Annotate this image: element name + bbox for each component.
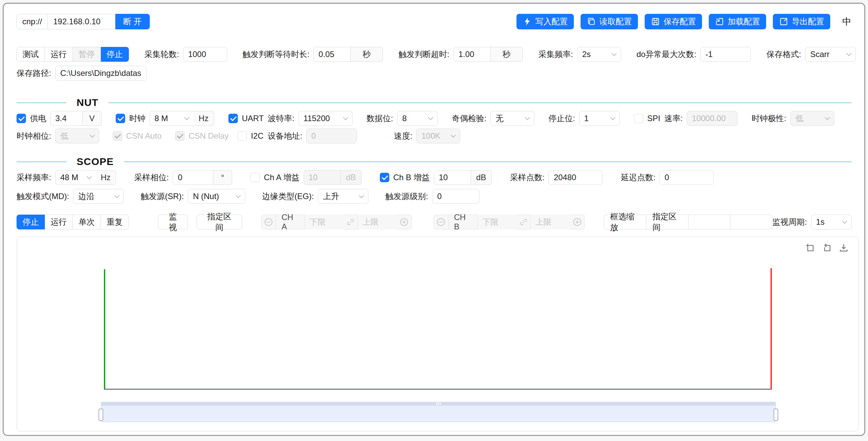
connection-group: cnp:// 断 开 (17, 14, 150, 29)
trigger-source-select[interactable]: N (Nut) (188, 189, 245, 204)
sample-rate-unit: Hz (96, 170, 116, 185)
parity-select[interactable]: 无 (491, 111, 534, 126)
scope-run-group: 停止 运行 单次 重复 (17, 215, 129, 229)
csn-delay-checkbox (175, 131, 185, 141)
ch-a-increase-button[interactable] (397, 215, 412, 229)
save-config-button[interactable]: 保存配置 (645, 14, 702, 29)
trigger-source-field: 触发源(SR): N (Nut) (141, 189, 245, 204)
baud-select[interactable]: 115200 (299, 111, 353, 126)
data-bits-value: 8 (402, 114, 407, 123)
ch-b-lower-input[interactable] (478, 215, 517, 229)
csn-delay-label: CSN Delay (189, 131, 229, 141)
trigger-source-value: N (Nut) (193, 192, 219, 201)
link-icon[interactable] (344, 215, 358, 229)
ch-a-decrease-button[interactable] (261, 215, 276, 229)
datazoom-right-handle[interactable] (774, 409, 778, 421)
clock-checkbox[interactable] (116, 114, 125, 123)
export-config-button[interactable]: 导出配置 (773, 14, 830, 29)
box-zoom-icon[interactable] (804, 241, 816, 254)
uart-checkbox[interactable] (228, 114, 238, 123)
range-button[interactable]: 指定区间 (197, 215, 242, 229)
datazoom-left-handle[interactable] (99, 409, 103, 421)
acq-mode-test[interactable]: 测试 (17, 47, 45, 62)
delay-points-input[interactable] (660, 170, 713, 185)
ch-b-increase-button[interactable] (570, 215, 585, 229)
clock-select[interactable]: 8 M (149, 111, 193, 126)
stop-bits-value: 1 (584, 114, 589, 123)
ch-a-upper-input[interactable] (358, 215, 397, 229)
acq-mode-run[interactable]: 运行 (45, 47, 73, 62)
download-icon[interactable] (837, 241, 850, 254)
clock-label: 时钟 (129, 113, 145, 124)
trigger-level-input[interactable] (432, 189, 479, 204)
i2c-checkbox[interactable] (237, 131, 247, 141)
sample-rate-select[interactable]: 48 M (55, 170, 96, 185)
range-group-label[interactable]: 指定区间 (646, 215, 689, 229)
ch-a-gain-checkbox[interactable] (250, 173, 260, 182)
acq-mode-stop[interactable]: 停止 (101, 47, 129, 62)
ch-b-group-label: CH B (449, 215, 478, 229)
range-end-input[interactable] (730, 215, 772, 229)
ch-a-lower-input[interactable] (305, 215, 344, 229)
chevron-down-icon (611, 51, 617, 56)
write-config-button[interactable]: 写入配置 (516, 14, 574, 29)
scope-stop-button[interactable]: 停止 (17, 215, 45, 229)
app-window: cnp:// 断 开 写入配置 读取配置 保存配置 加载配置 (3, 3, 865, 436)
import-icon (715, 17, 724, 26)
delay-points-field: 延迟点数: (621, 170, 713, 185)
edge-type-value: 上升 (323, 191, 339, 202)
save-path-input[interactable] (55, 66, 146, 81)
rounds-input[interactable] (183, 47, 227, 62)
parity-label: 奇偶检验: (452, 113, 486, 124)
acq-freq-select[interactable]: 2s (577, 47, 621, 62)
stop-bits-label: 停止位: (549, 113, 575, 124)
box-zoom-button[interactable]: 框选缩放 (604, 215, 646, 229)
power-input[interactable] (50, 111, 83, 126)
clock-group: 8 M Hz (149, 111, 214, 126)
ch-b-gain-field: Ch B 增益 dB (380, 170, 492, 185)
scope-repeat-button[interactable]: 重复 (101, 215, 129, 229)
datazoom-move-handle[interactable] (101, 402, 776, 405)
ch-b-gain-checkbox[interactable] (380, 173, 389, 182)
protocol-prefix: cnp:// (17, 14, 48, 29)
scope-single-button[interactable]: 单次 (73, 215, 101, 229)
link-icon[interactable] (517, 215, 531, 229)
address-input[interactable] (48, 14, 115, 29)
zoom-reset-icon[interactable] (820, 241, 833, 254)
load-config-button[interactable]: 加载配置 (709, 14, 766, 29)
spi-checkbox[interactable] (634, 114, 643, 123)
save-format-select[interactable]: Scarr (805, 47, 856, 62)
read-config-button[interactable]: 读取配置 (581, 14, 638, 29)
max-abnormal-input[interactable] (700, 47, 751, 62)
sample-phase-input[interactable] (173, 170, 213, 185)
chevron-down-icon (86, 174, 92, 179)
ch-b-decrease-button[interactable] (433, 215, 449, 229)
save-icon (651, 17, 660, 26)
datazoom-window[interactable] (101, 405, 776, 422)
ch-b-gain-input[interactable] (434, 170, 471, 185)
ch-b-upper-input[interactable] (531, 215, 570, 229)
power-checkbox[interactable] (17, 114, 26, 123)
data-bits-select[interactable]: 8 (397, 111, 438, 126)
save-format-label: 保存格式: (766, 49, 801, 60)
range-start-input[interactable] (689, 215, 730, 229)
disconnect-button[interactable]: 断 开 (115, 14, 150, 29)
spi-field: SPI 速率: (634, 111, 737, 126)
acquisition-row: 测试 运行 暂停 停止 采集轮数: 触发判断等待时长: 秒 触发判断超时: 秒 … (17, 47, 851, 62)
monitor-button[interactable]: 监视 (158, 215, 188, 229)
stop-bits-select[interactable]: 1 (579, 111, 620, 126)
copy-icon (587, 17, 596, 26)
trigger-timeout-input[interactable] (453, 47, 491, 62)
save-format-field: 保存格式: Scarr (766, 47, 856, 62)
trigger-level-label: 触发源级别: (385, 191, 428, 202)
ch-b-gain-label: Ch B 增益 (393, 172, 430, 183)
scope-run-button[interactable]: 运行 (45, 215, 73, 229)
clock-unit: Hz (193, 111, 214, 126)
chevron-down-icon (114, 193, 120, 198)
trigger-mode-select[interactable]: 边沿 (73, 189, 124, 204)
trigger-wait-input[interactable] (313, 47, 351, 62)
language-badge[interactable]: 中 (842, 16, 851, 28)
monitor-period-select[interactable]: 1s (811, 215, 851, 229)
sample-points-input[interactable] (549, 170, 603, 185)
edge-type-select[interactable]: 上升 (318, 189, 368, 204)
